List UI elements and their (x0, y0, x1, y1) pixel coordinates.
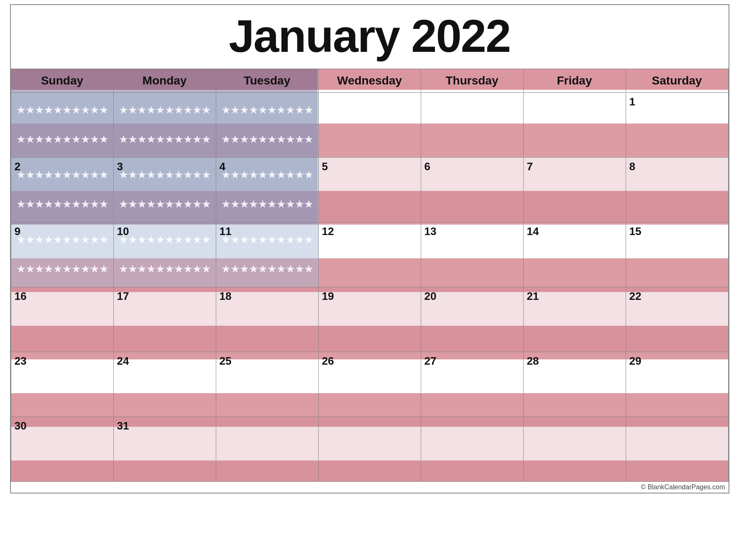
header-wednesday: Wednesday (318, 69, 421, 93)
star-icon: ★ (90, 135, 99, 144)
day-cell: 5 (318, 158, 421, 222)
day-cell: 6 (421, 158, 523, 222)
day-cell (523, 93, 626, 158)
calendar-header: Sunday Monday Tuesday Wednesday Thursday… (11, 69, 728, 93)
star-icon: ★ (249, 135, 258, 144)
star-icon: ★ (202, 235, 210, 245)
star-icon: ★ (81, 200, 89, 209)
star-icon: ★ (202, 171, 210, 180)
star-icon: ★ (295, 235, 304, 245)
star-icon: ★ (90, 106, 99, 115)
day-cell: 23 (11, 352, 113, 417)
star-icon: ★ (17, 106, 25, 115)
star-icon: ★ (258, 265, 267, 274)
star-icon: ★ (304, 171, 313, 180)
star-icon: ★ (81, 135, 89, 144)
day-cell: ★★★★★★★★★★★★★★★★★★★★ (113, 93, 216, 158)
day-number: 29 (629, 355, 642, 367)
star-icon: ★ (165, 200, 174, 209)
star-icon: ★ (202, 106, 210, 115)
star-icon: ★ (193, 106, 201, 115)
star-icon: ★ (17, 265, 25, 274)
day-number: 15 (629, 225, 642, 238)
star-icon: ★ (81, 235, 89, 245)
star-icon: ★ (249, 235, 258, 245)
star-icon: ★ (258, 106, 267, 115)
star-icon: ★ (72, 171, 80, 180)
star-icon: ★ (100, 265, 108, 274)
star-icon: ★ (268, 135, 276, 144)
star-icon: ★ (128, 171, 137, 180)
star-icon: ★ (286, 171, 294, 180)
star-icon: ★ (100, 200, 108, 209)
star-icon: ★ (72, 235, 80, 245)
day-number: 5 (322, 160, 328, 173)
day-number: 23 (15, 355, 27, 367)
star-icon: ★ (184, 265, 192, 274)
star-icon: ★ (286, 106, 294, 115)
star-icon: ★ (277, 200, 285, 209)
star-icon: ★ (138, 171, 146, 180)
star-icon: ★ (90, 235, 99, 245)
day-cell: 20 (421, 287, 523, 352)
star-icon: ★ (35, 135, 43, 144)
day-number: 13 (424, 225, 437, 238)
day-cell: 25 (216, 352, 318, 417)
star-icon: ★ (286, 235, 294, 245)
star-icon: ★ (147, 106, 155, 115)
star-icon: ★ (156, 265, 164, 274)
day-cell: ★★★★★★★★★★★★★★★★★★★★2 (11, 158, 113, 222)
star-icon: ★ (138, 265, 146, 274)
week-row-3: 16171819202122 (11, 287, 728, 352)
day-cell (421, 417, 523, 482)
star-icon: ★ (100, 171, 108, 180)
day-cell: ★★★★★★★★★★★★★★★★★★★★11 (216, 222, 318, 287)
day-cell: 21 (523, 287, 626, 352)
star-icon: ★ (249, 171, 258, 180)
star-icon: ★ (17, 135, 25, 144)
star-icon: ★ (165, 106, 174, 115)
star-icon: ★ (231, 265, 239, 274)
day-number: 8 (629, 160, 635, 173)
star-icon: ★ (44, 235, 53, 245)
star-icon: ★ (222, 265, 230, 274)
day-number: 14 (527, 225, 539, 238)
day-cell: 14 (523, 222, 626, 287)
day-number: 19 (322, 290, 334, 302)
star-icon: ★ (128, 235, 137, 245)
star-icon: ★ (231, 235, 239, 245)
week-row-5: 3031 (11, 417, 728, 482)
day-number: 4 (220, 160, 225, 173)
star-icon: ★ (193, 200, 201, 209)
star-icon: ★ (268, 265, 276, 274)
star-icon: ★ (156, 106, 164, 115)
star-icon: ★ (184, 135, 192, 144)
header-tuesday: Tuesday (216, 69, 318, 93)
star-icon: ★ (174, 235, 183, 245)
star-icon: ★ (54, 265, 62, 274)
star-icon: ★ (44, 265, 53, 274)
star-icon: ★ (72, 135, 80, 144)
star-icon: ★ (63, 171, 71, 180)
day-cell (523, 417, 626, 482)
day-number: 25 (220, 355, 232, 367)
star-icon: ★ (138, 200, 146, 209)
day-cell (421, 93, 523, 158)
day-number: 26 (322, 355, 334, 367)
calendar-body: ★★★★★★★★★★★★★★★★★★★★★★★★★★★★★★★★★★★★★★★★… (11, 93, 728, 482)
star-icon: ★ (174, 265, 183, 274)
day-cell: 12 (318, 222, 421, 287)
day-cell (318, 93, 421, 158)
day-number: 1 (629, 95, 635, 108)
day-number: 20 (424, 290, 437, 302)
star-icon: ★ (90, 171, 99, 180)
star-icon: ★ (63, 106, 71, 115)
star-icon: ★ (128, 265, 137, 274)
star-icon: ★ (277, 265, 285, 274)
star-icon: ★ (249, 106, 258, 115)
star-icon: ★ (156, 135, 164, 144)
day-cell: 1 (626, 93, 728, 158)
star-icon: ★ (184, 171, 192, 180)
month-title: January 2022 (11, 5, 729, 69)
star-icon: ★ (193, 171, 201, 180)
